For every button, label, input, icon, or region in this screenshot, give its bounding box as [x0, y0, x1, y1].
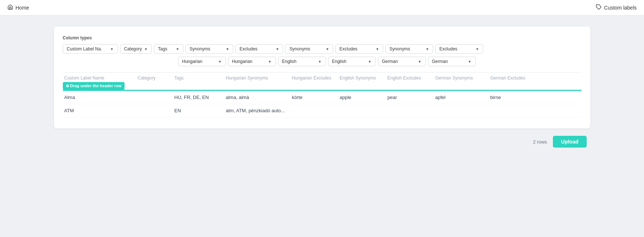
- dropdown-excludes-2-value: Excludes: [339, 46, 357, 52]
- header-hu-excludes: Hungarian Excludes: [291, 75, 338, 81]
- dropdown-synonyms-1-value: Synonyms: [190, 46, 210, 52]
- dropdown-hungarian-2-value: Hungarian: [232, 59, 252, 64]
- dropdown-english-2[interactable]: English ▼: [328, 57, 376, 66]
- footer: 2 rows Upload: [54, 136, 590, 148]
- home-icon: [7, 4, 13, 11]
- drag-tooltip: ⊕ Drag under the header row: [63, 82, 125, 90]
- cell-hu-syn-2: atm, ATM, pénzkiadó auto...: [224, 108, 291, 113]
- header-tags: Tags: [173, 75, 224, 81]
- column-types-label: Column types: [63, 35, 582, 40]
- dropdown-category-value: Category: [124, 46, 142, 52]
- chevron-down-icon: ▼: [375, 47, 379, 51]
- dropdown-english-2-value: English: [332, 59, 346, 64]
- cell-en-exc-1: pear: [386, 95, 434, 100]
- dropdown-excludes-2[interactable]: Excludes ▼: [335, 44, 383, 54]
- dropdown-english-1[interactable]: English ▼: [278, 57, 326, 66]
- custom-labels-nav[interactable]: Custom labels: [596, 4, 637, 11]
- highlight-bar: [63, 90, 582, 91]
- dropdown-hungarian-1-value: Hungarian: [182, 59, 202, 64]
- header-hu-synonyms: Hungarian Synonyms: [224, 75, 291, 81]
- table: Custom Label Name Category Tags Hungaria…: [63, 72, 582, 117]
- home-nav[interactable]: Home: [7, 4, 29, 11]
- chevron-down-icon: ▼: [475, 47, 479, 51]
- chevron-down-icon: ▼: [418, 60, 422, 64]
- chevron-down-icon: ▼: [368, 60, 372, 64]
- dropdown-custom-label-name[interactable]: Custom Label Na. ▼: [63, 44, 118, 54]
- dropdown-excludes-3-value: Excludes: [439, 46, 457, 52]
- column-type-dropdowns-row: Custom Label Na. ▼ Category ▼ Tags ▼ Syn…: [63, 44, 582, 54]
- top-bar: Home Custom labels: [0, 0, 644, 15]
- dropdown-synonyms-3-value: Synonyms: [389, 46, 410, 52]
- dropdown-excludes-1-value: Excludes: [240, 46, 258, 52]
- table-row: Alma HU, FR, DE, EN alma, almá körte app…: [63, 91, 582, 104]
- language-row-spacer: [63, 57, 176, 66]
- home-label: Home: [15, 5, 29, 11]
- chevron-down-icon: ▼: [110, 47, 114, 51]
- dropdown-synonyms-3[interactable]: Synonyms ▼: [385, 44, 433, 54]
- header-de-synonyms: German Synonyms: [434, 75, 489, 81]
- custom-labels-label: Custom labels: [604, 5, 637, 11]
- main-content: Column types Custom Label Na. ▼ Category…: [0, 15, 644, 159]
- chevron-down-icon: ▼: [218, 60, 222, 64]
- dropdown-tags[interactable]: Tags ▼: [154, 44, 183, 54]
- rows-count: 2 rows: [533, 139, 547, 145]
- dropdown-hungarian-2[interactable]: Hungarian ▼: [228, 57, 276, 66]
- dropdown-hungarian-1[interactable]: Hungarian ▼: [178, 57, 226, 66]
- header-en-synonyms: English Synonyms: [338, 75, 386, 81]
- dropdown-german-2[interactable]: German ▼: [428, 57, 476, 66]
- cell-hu-exc-1: körte: [291, 95, 338, 100]
- chevron-down-icon: ▼: [176, 47, 179, 51]
- chevron-down-icon: ▼: [425, 47, 429, 51]
- upload-button[interactable]: Upload: [553, 136, 586, 148]
- dropdown-category[interactable]: Category ▼: [120, 44, 152, 54]
- header-en-excludes: English Excludes: [386, 75, 434, 81]
- cell-tags-2: EN: [173, 108, 224, 113]
- dropdown-german-1[interactable]: German ▼: [378, 57, 426, 66]
- table-row: ATM EN atm, ATM, pénzkiadó auto...: [63, 104, 582, 117]
- chevron-down-icon: ▼: [276, 47, 279, 51]
- header-de-excludes: German Excludes: [489, 75, 537, 81]
- chevron-down-icon: ▼: [268, 60, 272, 64]
- table-header-row: Custom Label Name Category Tags Hungaria…: [63, 72, 582, 82]
- cell-tags-1: HU, FR, DE, EN: [173, 95, 224, 100]
- cell-de-exc-1: birne: [489, 95, 537, 100]
- language-dropdowns-row: Hungarian ▼ Hungarian ▼ English ▼ Englis…: [63, 57, 582, 66]
- dropdown-synonyms-1[interactable]: Synonyms ▼: [186, 44, 233, 54]
- tag-icon: [596, 4, 602, 11]
- card: Column types Custom Label Na. ▼ Category…: [54, 26, 590, 128]
- dropdown-excludes-1[interactable]: Excludes ▼: [235, 44, 283, 54]
- dropdown-excludes-3[interactable]: Excludes ▼: [435, 44, 483, 54]
- dropdown-custom-label-value: Custom Label Na.: [67, 46, 102, 52]
- cell-name-1: Alma: [63, 95, 136, 100]
- cell-hu-syn-1: alma, almá: [224, 95, 291, 100]
- chevron-down-icon: ▼: [468, 60, 472, 64]
- dropdown-tags-value: Tags: [158, 46, 167, 52]
- cell-de-syn-1: apfel: [434, 95, 489, 100]
- chevron-down-icon: ▼: [144, 47, 148, 51]
- header-custom-label-name: Custom Label Name: [63, 75, 136, 81]
- chevron-down-icon: ▼: [226, 47, 229, 51]
- drag-tooltip-container: ⊕ Drag under the header row: [63, 82, 582, 91]
- cell-en-syn-1: apple: [338, 95, 386, 100]
- dropdown-english-1-value: English: [282, 59, 296, 64]
- dropdown-german-2-value: German: [432, 59, 448, 64]
- dropdown-synonyms-2-value: Synonyms: [289, 46, 310, 52]
- header-category: Category: [136, 75, 173, 81]
- dropdown-synonyms-2[interactable]: Synonyms ▼: [285, 44, 333, 54]
- chevron-down-icon: ▼: [325, 47, 329, 51]
- chevron-down-icon: ▼: [318, 60, 322, 64]
- dropdown-german-1-value: German: [382, 59, 398, 64]
- cell-name-2: ATM: [63, 108, 136, 113]
